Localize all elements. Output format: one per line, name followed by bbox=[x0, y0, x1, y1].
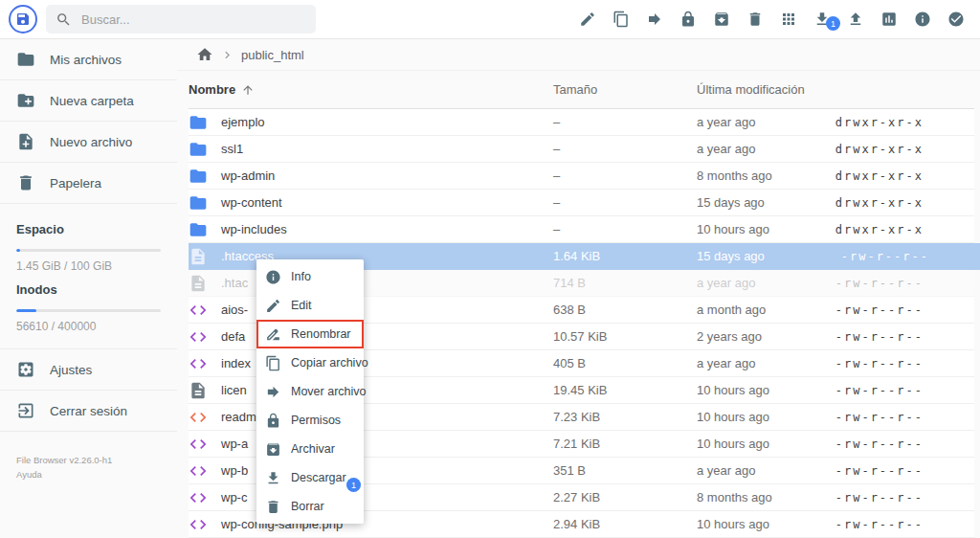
help-link[interactable]: Ayuda bbox=[16, 467, 177, 482]
context-menu-item-mover-archivo[interactable]: Mover archivo bbox=[256, 377, 364, 406]
file-name: ejemplo bbox=[221, 115, 265, 129]
file-modified: a year ago bbox=[697, 463, 796, 478]
sidebar-item-cerrar-sesi-n[interactable]: Cerrar sesión bbox=[0, 391, 177, 432]
new-file-icon bbox=[16, 132, 35, 151]
file-permissions: -rw-r--r-- bbox=[796, 518, 974, 531]
file-name: ssl1 bbox=[221, 142, 243, 156]
code-icon bbox=[189, 327, 208, 347]
context-menu: InfoEditRenombrarCopiar archivoMover arc… bbox=[256, 259, 364, 524]
info-button[interactable] bbox=[912, 9, 933, 30]
context-menu-item-edit[interactable]: Edit bbox=[256, 291, 364, 320]
folder-icon bbox=[189, 140, 208, 159]
context-menu-item-borrar[interactable]: Borrar bbox=[256, 492, 364, 521]
stats-button[interactable] bbox=[879, 9, 900, 30]
file-row-ejemplo[interactable]: ejemplo–a year agodrwxr-xr-x bbox=[189, 109, 974, 136]
file-permissions: -rw-r--r-- bbox=[796, 437, 974, 451]
edit-button[interactable] bbox=[577, 9, 598, 30]
file-row-ssl1[interactable]: ssl1–a year agodrwxr-xr-x bbox=[189, 136, 974, 163]
delete-button[interactable] bbox=[745, 9, 766, 30]
copy-icon bbox=[612, 11, 630, 28]
sort-by-name[interactable]: Nombre bbox=[189, 82, 553, 97]
file-row-wp-content[interactable]: wp-content–15 days agodrwxr-xr-x bbox=[189, 190, 974, 216]
file-modified: 8 months ago bbox=[697, 490, 796, 504]
floppy-disk-icon bbox=[15, 11, 31, 27]
listing-header: Nombre Tamaño Última modificación bbox=[189, 71, 974, 109]
bar-chart-icon bbox=[880, 11, 898, 28]
breadcrumb-home[interactable] bbox=[196, 46, 213, 63]
search-bar[interactable] bbox=[46, 5, 316, 34]
sidebar-item-papelera[interactable]: Papelera bbox=[0, 163, 177, 204]
file-row-wp-includes[interactable]: wp-includes–10 hours agodrwxr-xr-x bbox=[189, 216, 974, 243]
sort-by-modified[interactable]: Última modificación bbox=[697, 82, 805, 97]
sidebar-item-nuevo-archivo[interactable]: Nuevo archivo bbox=[0, 122, 177, 163]
forward-arrow-icon bbox=[265, 384, 281, 400]
file-size: 1.64 KiB bbox=[553, 249, 697, 263]
file-modified: 15 days ago bbox=[697, 249, 802, 263]
move-button[interactable] bbox=[644, 9, 665, 30]
file-permissions: drwxr-xr-x bbox=[796, 143, 974, 156]
info-icon bbox=[914, 11, 931, 28]
context-menu-item-archivar[interactable]: Archivar bbox=[256, 435, 364, 463]
check-circle-icon bbox=[947, 11, 965, 28]
select-multiple-button[interactable] bbox=[946, 9, 967, 30]
permissions-button[interactable] bbox=[678, 9, 699, 30]
sidebar-actions: Mis archivosNueva carpetaNuevo archivoPa… bbox=[0, 39, 177, 204]
lock-icon bbox=[265, 413, 281, 429]
home-icon bbox=[196, 46, 213, 63]
switch-view-button[interactable] bbox=[778, 9, 799, 30]
file-size: 7.21 KiB bbox=[553, 437, 697, 451]
folder-icon bbox=[189, 167, 208, 186]
search-icon bbox=[56, 11, 72, 28]
rename-icon bbox=[265, 326, 281, 343]
breadcrumb-current-folder[interactable]: public_html bbox=[241, 48, 304, 62]
file-modified: 10 hours ago bbox=[697, 517, 796, 531]
code-icon bbox=[189, 354, 208, 373]
sidebar-item-mis-archivos[interactable]: Mis archivos bbox=[0, 39, 177, 80]
usage-panel: Espacio 1.45 GiB / 100 GiB Inodos 56610 … bbox=[0, 204, 177, 349]
logout-icon bbox=[16, 401, 35, 420]
chevron-right-icon bbox=[220, 48, 234, 62]
search-input[interactable] bbox=[81, 12, 292, 27]
context-menu-item-descargar[interactable]: Descargar1 bbox=[256, 463, 364, 492]
file-name: wp-includes bbox=[221, 222, 287, 236]
file-permissions: -rw-r--r-- bbox=[802, 250, 980, 263]
file-size: – bbox=[553, 222, 697, 236]
context-menu-item-renombrar[interactable]: Renombrar bbox=[256, 320, 364, 348]
download-count-badge: 1 bbox=[826, 16, 840, 31]
copy-button[interactable] bbox=[611, 9, 632, 30]
sort-by-size[interactable]: Tamaño bbox=[553, 82, 697, 97]
file-size: 7.23 KiB bbox=[553, 410, 697, 424]
context-menu-item-permisos[interactable]: Permisos bbox=[256, 406, 364, 435]
file-modified: 10 hours ago bbox=[697, 410, 796, 424]
context-menu-item-copiar-archivo[interactable]: Copiar archivo bbox=[256, 348, 364, 377]
file-name: aios- bbox=[221, 303, 248, 317]
file-size: 2.94 KiB bbox=[553, 517, 697, 531]
code-icon bbox=[189, 461, 208, 481]
file-name: wp-b bbox=[221, 463, 248, 478]
breadcrumb: public_html bbox=[177, 39, 980, 71]
file-name: readm bbox=[221, 410, 256, 424]
sidebar-item-ajustes[interactable]: Ajustes bbox=[0, 349, 177, 391]
download-button[interactable]: 1 bbox=[812, 9, 833, 30]
inodes-progress-bar bbox=[16, 309, 161, 312]
file-permissions: drwxr-xr-x bbox=[796, 116, 974, 129]
file-name: wp-a bbox=[221, 437, 248, 451]
sort-ascending-icon bbox=[241, 83, 255, 97]
folder-icon bbox=[189, 113, 208, 132]
file-permissions: drwxr-xr-x bbox=[796, 169, 974, 183]
sidebar-item-nueva-carpeta[interactable]: Nueva carpeta bbox=[0, 80, 177, 122]
upload-button[interactable] bbox=[845, 9, 866, 30]
file-name: licen bbox=[221, 383, 247, 397]
file-name: wp-admin bbox=[221, 168, 275, 183]
context-menu-item-info[interactable]: Info bbox=[256, 262, 364, 291]
space-progress-bar bbox=[16, 249, 161, 252]
file-permissions: -rw-r--r-- bbox=[796, 303, 974, 317]
archive-button[interactable] bbox=[711, 9, 732, 30]
code-icon bbox=[189, 515, 208, 534]
file-row-wp-admin[interactable]: wp-admin–8 months agodrwxr-xr-x bbox=[189, 163, 974, 190]
file-size: 2.27 KiB bbox=[553, 490, 697, 504]
pencil-icon bbox=[265, 298, 281, 314]
app-logo[interactable] bbox=[9, 5, 37, 34]
file-modified: 2 years ago bbox=[697, 329, 796, 344]
folder-icon bbox=[189, 193, 208, 213]
